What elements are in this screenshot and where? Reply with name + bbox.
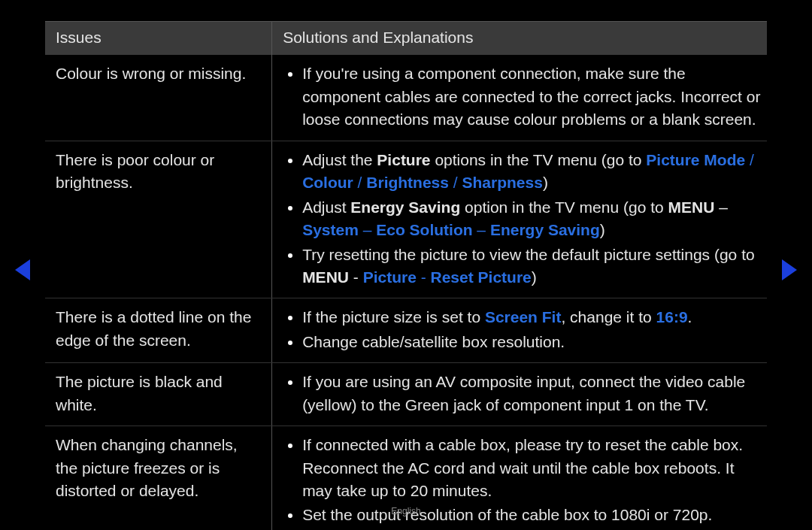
issue-cell: The picture is black and white. [45, 363, 272, 426]
table-body: Colour is wrong or missing.If you're usi… [45, 55, 767, 530]
solution-item: Adjust the Picture options in the TV men… [302, 149, 761, 195]
troubleshoot-table: Issues Solutions and Explanations Colour… [45, 21, 767, 530]
solution-item: Adjust Energy Saving option in the TV me… [302, 196, 761, 242]
solution-list: If you are using an AV composite input, … [286, 371, 761, 416]
page: Issues Solutions and Explanations Colour… [0, 0, 812, 530]
issue-cell: There is a dotted line on the edge of th… [45, 298, 272, 363]
solution-item: If connected with a cable box, please tr… [302, 434, 761, 502]
table-row: There is a dotted line on the edge of th… [45, 298, 767, 363]
solution-item: Try resetting the picture to view the de… [302, 244, 761, 289]
nav-next-icon[interactable] [782, 259, 797, 280]
issue-cell: Colour is wrong or missing. [45, 55, 272, 141]
solution-cell: If you're using a component connection, … [272, 55, 767, 141]
solution-cell: If you are using an AV composite input, … [272, 363, 767, 426]
header-issues: Issues [45, 22, 272, 56]
issue-cell: There is poor colour or brightness. [45, 141, 272, 298]
header-solutions: Solutions and Explanations [272, 22, 767, 56]
solution-list: If you're using a component connection, … [286, 62, 761, 131]
table-row: The picture is black and white.If you ar… [45, 363, 767, 426]
solution-item: If you are using an AV composite input, … [302, 371, 761, 416]
solution-list: If the picture size is set to Screen Fit… [286, 306, 761, 353]
solution-list: Adjust the Picture options in the TV men… [286, 149, 761, 289]
table-row: There is poor colour or brightness.Adjus… [45, 141, 767, 298]
solution-cell: Adjust the Picture options in the TV men… [272, 141, 767, 298]
solution-cell: If the picture size is set to Screen Fit… [272, 298, 767, 363]
table-row: Colour is wrong or missing.If you're usi… [45, 55, 767, 141]
solution-item: Change cable/satellite box resolution. [302, 331, 761, 353]
solution-item: If the picture size is set to Screen Fit… [302, 306, 761, 329]
language-label: English [0, 505, 812, 518]
solution-item: If you're using a component connection, … [302, 62, 761, 131]
nav-prev-icon[interactable] [15, 259, 30, 280]
